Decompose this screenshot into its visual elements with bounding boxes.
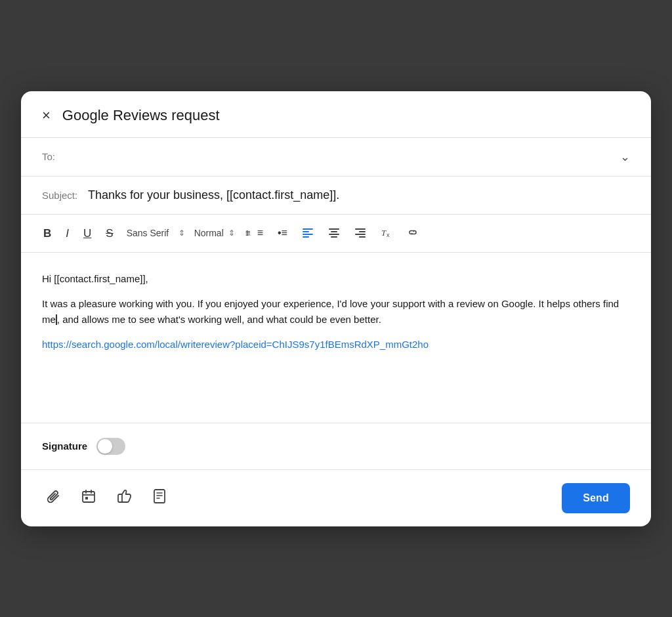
unordered-list-button[interactable]: •≡ [274, 225, 291, 241]
thumbsup-button[interactable] [113, 485, 135, 511]
email-greeting: Hi [[contact.first_name]], [42, 271, 630, 287]
svg-rect-6 [329, 228, 339, 230]
email-body[interactable]: Hi [[contact.first_name]], It was a plea… [21, 253, 651, 423]
align-right-button[interactable] [350, 224, 370, 243]
link-icon [407, 226, 419, 240]
svg-text:1.: 1. [245, 230, 251, 237]
svg-rect-3 [303, 231, 309, 232]
thumbsup-icon [116, 488, 133, 509]
align-right-icon [354, 226, 366, 240]
signature-label: Signature [42, 440, 87, 452]
svg-rect-4 [303, 234, 313, 235]
svg-rect-17 [85, 497, 88, 500]
email-paragraph1: It was a pleasure working with you. If y… [42, 296, 630, 328]
modal-header: × Google Reviews request [21, 91, 651, 138]
modal-title: Google Reviews request [62, 107, 220, 124]
svg-rect-18 [154, 490, 165, 503]
email-compose-modal: × Google Reviews request To: ⌄ Subject: … [21, 91, 651, 526]
bold-button[interactable]: B [39, 225, 55, 242]
email-link[interactable]: https://search.google.com/local/writerev… [42, 337, 630, 352]
modal-footer: Send [21, 470, 651, 526]
svg-rect-5 [303, 236, 309, 238]
formatting-toolbar: B I U S Sans Serif Serif Monospace ⇕ Nor… [21, 215, 651, 253]
subject-row: Subject: Thanks for your business, [[con… [21, 177, 651, 215]
font-family-selector[interactable]: Sans Serif Serif Monospace ⇕ [124, 225, 185, 241]
svg-rect-2 [303, 228, 313, 230]
clear-format-icon: T x [381, 226, 392, 240]
toggle-knob [98, 439, 112, 454]
attachment-button[interactable] [42, 485, 64, 511]
ordered-list-button[interactable]: ≡ 1. ≡ [242, 224, 267, 242]
unordered-list-icon: •≡ [278, 228, 287, 238]
align-center-icon [328, 226, 340, 240]
strikethrough-button[interactable]: S [102, 225, 117, 242]
italic-button[interactable]: I [62, 225, 73, 242]
close-button[interactable]: × [42, 108, 51, 123]
clear-format-button[interactable]: T x [377, 224, 396, 243]
align-left-icon [302, 226, 314, 240]
subject-label: Subject: [42, 190, 88, 201]
attachment-icon [45, 488, 62, 509]
svg-rect-7 [331, 231, 337, 232]
svg-rect-13 [359, 236, 366, 238]
align-left-button[interactable] [298, 224, 318, 243]
underline-button[interactable]: U [79, 225, 95, 242]
to-row: To: ⌄ [21, 138, 651, 177]
link-button[interactable] [403, 224, 423, 243]
svg-text:T: T [381, 228, 387, 238]
svg-rect-10 [355, 228, 366, 230]
font-size-select[interactable]: Normal Small Large Huge [192, 225, 227, 241]
to-label: To: [42, 151, 68, 162]
align-center-button[interactable] [324, 224, 344, 243]
svg-rect-12 [355, 234, 366, 235]
chevron-down-icon[interactable]: ⌄ [620, 150, 630, 164]
calendar-button[interactable] [77, 485, 100, 511]
signature-row: Signature [21, 423, 651, 470]
signature-toggle[interactable] [96, 438, 125, 455]
font-family-select[interactable]: Sans Serif Serif Monospace [124, 225, 177, 241]
font-size-selector[interactable]: Normal Small Large Huge ⇕ [192, 225, 235, 241]
svg-text:x: x [387, 232, 390, 238]
svg-rect-11 [359, 231, 366, 232]
subject-value: Thanks for your business, [[contact.firs… [88, 188, 339, 202]
svg-rect-8 [329, 234, 339, 235]
font-family-arrow-icon: ⇕ [178, 228, 185, 238]
send-button[interactable]: Send [562, 483, 630, 513]
ordered-list-icon: ≡ [257, 228, 263, 238]
to-input[interactable] [68, 151, 620, 162]
svg-rect-16 [83, 492, 94, 502]
document-icon [151, 488, 168, 509]
calendar-icon [80, 488, 97, 509]
font-size-arrow-icon: ⇕ [228, 228, 235, 238]
document-button[interactable] [148, 485, 171, 511]
svg-rect-9 [331, 236, 337, 238]
footer-icon-group [42, 485, 171, 511]
